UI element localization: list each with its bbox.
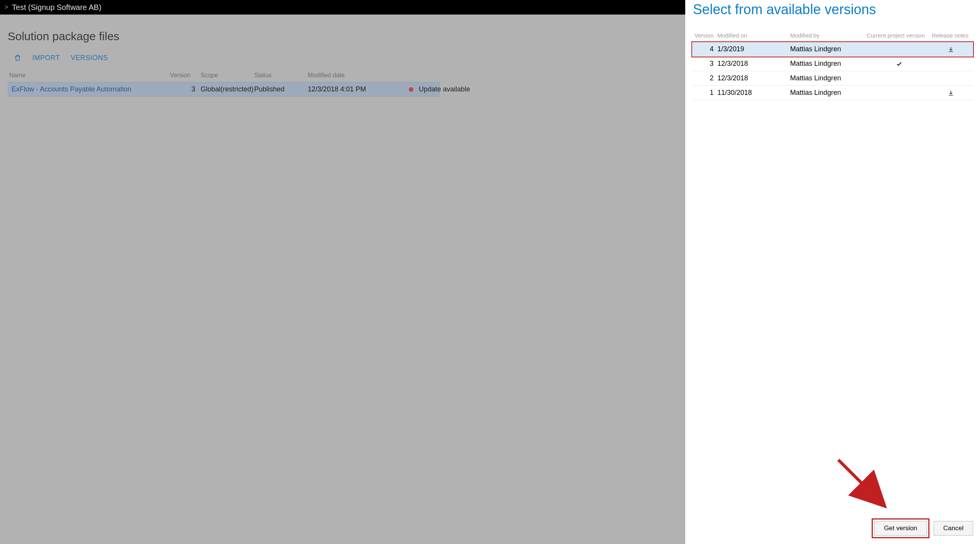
page-content: Solution package files IMPORT VERSIONS N… — [0, 15, 685, 544]
version-modified-on: 12/3/2018 — [717, 74, 790, 82]
package-version: 3 — [170, 85, 201, 93]
version-number: 1 — [694, 89, 717, 97]
version-row[interactable]: 212/3/2018Mattias Lindgren — [692, 71, 973, 86]
package-name[interactable]: ExFlow - Accounts Payable Automation — [9, 85, 170, 93]
versions-header-row: Version Modified on Modified by Current … — [692, 29, 973, 42]
col-scope: Scope — [201, 72, 254, 79]
package-status: Published — [254, 85, 308, 93]
version-number: 4 — [694, 45, 717, 53]
version-modified-by: Mattias Lindgren — [790, 89, 867, 97]
version-modified-by: Mattias Lindgren — [790, 60, 867, 68]
cancel-button[interactable]: Cancel — [934, 521, 973, 536]
import-button[interactable]: IMPORT — [32, 54, 60, 62]
release-notes-icon[interactable] — [932, 45, 970, 53]
package-scope: Global(restricted) — [201, 85, 254, 93]
svg-line-0 — [838, 460, 880, 502]
version-number: 2 — [694, 74, 717, 82]
versions-panel: Select from available versions Version M… — [685, 0, 980, 544]
col-name: Name — [9, 72, 170, 79]
breadcrumb-text: Test (Signup Software AB) — [12, 3, 101, 12]
version-modified-on: 11/30/2018 — [717, 89, 790, 97]
get-version-button[interactable]: Get version — [874, 521, 927, 536]
page-title: Solution package files — [8, 30, 685, 43]
breadcrumb-chevron-icon: > — [5, 4, 8, 11]
vcol-notes: Release notes — [932, 32, 970, 39]
panel-footer: Get version Cancel — [874, 521, 973, 536]
release-notes-icon[interactable] — [932, 89, 970, 97]
vcol-modon: Modified on — [717, 32, 790, 39]
col-status: Status — [254, 72, 308, 79]
version-modified-by: Mattias Lindgren — [790, 74, 867, 82]
main-area: > Test (Signup Software AB) Solution pac… — [0, 0, 685, 544]
packages-header-row: Name Version Scope Status Modified date — [8, 69, 440, 82]
panel-title: Select from available versions — [692, 0, 973, 29]
version-number: 3 — [694, 60, 717, 68]
versions-table: Version Modified on Modified by Current … — [692, 29, 973, 100]
version-row[interactable]: 312/3/2018Mattias Lindgren — [692, 57, 973, 71]
col-version: Version — [170, 72, 201, 79]
version-modified-on: 12/3/2018 — [717, 60, 790, 68]
version-modified-by: Mattias Lindgren — [790, 45, 867, 53]
versions-button[interactable]: VERSIONS — [71, 54, 108, 62]
package-row[interactable]: ExFlow - Accounts Payable Automation 3 G… — [8, 82, 440, 97]
current-version-icon — [867, 60, 932, 68]
vcol-modby: Modified by — [790, 32, 867, 39]
update-available-label: Update available — [419, 85, 480, 93]
vcol-version: Version — [694, 32, 717, 39]
update-indicator-icon — [409, 87, 413, 92]
annotation-arrow-icon — [831, 452, 892, 513]
version-row[interactable]: 111/30/2018Mattias Lindgren — [692, 86, 973, 100]
packages-table: Name Version Scope Status Modified date … — [8, 69, 440, 97]
toolbar: IMPORT VERSIONS — [4, 54, 685, 69]
col-modified: Modified date — [308, 72, 403, 79]
titlebar: > Test (Signup Software AB) — [0, 0, 685, 15]
version-modified-on: 1/3/2019 — [717, 45, 790, 53]
delete-icon[interactable] — [14, 54, 21, 62]
version-row[interactable]: 41/3/2019Mattias Lindgren — [692, 42, 973, 57]
vcol-current: Current project version — [867, 32, 932, 39]
package-modified: 12/3/2018 4:01 PM — [308, 85, 403, 93]
